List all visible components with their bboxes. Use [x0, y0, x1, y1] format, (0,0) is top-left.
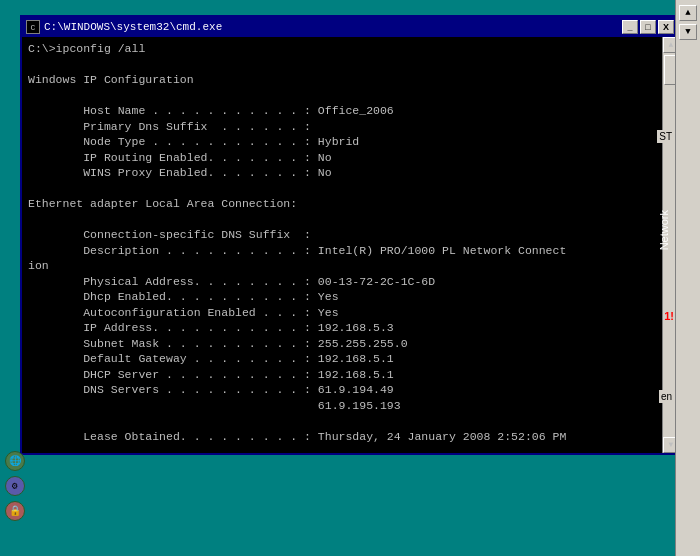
close-button[interactable]: X — [658, 20, 674, 34]
cmd-title-text: C:\WINDOWS\system32\cmd.exe — [44, 21, 222, 33]
cmd-icon-letter: C — [31, 23, 36, 32]
cmd-window: C C:\WINDOWS\system32\cmd.exe _ □ X C:\>… — [20, 15, 680, 455]
desktop: C C:\WINDOWS\system32\cmd.exe _ □ X C:\>… — [0, 0, 700, 556]
right-panel: ▲ ▼ — [675, 0, 700, 556]
panel-button-2[interactable]: ▼ — [679, 24, 697, 40]
cmd-output: C:\>ipconfig /all Windows IP Configurati… — [28, 41, 672, 453]
minimize-button[interactable]: _ — [622, 20, 638, 34]
bottom-icon-2[interactable]: ⚙ — [5, 476, 25, 496]
st-label: ST — [657, 130, 674, 143]
en-label: en — [659, 390, 674, 403]
panel-button-1[interactable]: ▲ — [679, 5, 697, 21]
bottom-icon-1[interactable]: 🌐 — [5, 451, 25, 471]
cmd-body: C:\>ipconfig /all Windows IP Configurati… — [22, 37, 678, 453]
bottom-icon-3[interactable]: 🔒 — [5, 501, 25, 521]
cmd-titlebar[interactable]: C C:\WINDOWS\system32\cmd.exe _ □ X — [22, 17, 678, 37]
number-label: 1! — [664, 310, 674, 322]
cmd-icon: C — [26, 20, 40, 34]
network-label: Network — [658, 210, 670, 250]
maximize-button[interactable]: □ — [640, 20, 656, 34]
titlebar-left: C C:\WINDOWS\system32\cmd.exe — [26, 20, 222, 34]
titlebar-buttons: _ □ X — [622, 20, 674, 34]
bottom-icons: 🌐 ⚙ 🔒 — [5, 451, 25, 521]
